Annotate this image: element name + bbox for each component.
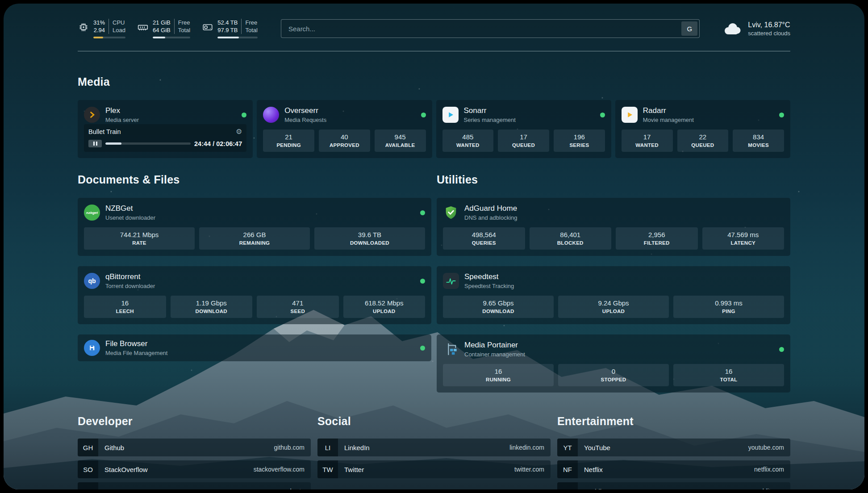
ram-free-value: 21 GiB — [153, 19, 175, 26]
speedtest-card[interactable]: Speedtest Speedtest Tracking 9.65 Gbps D… — [437, 266, 790, 324]
service-subtitle: Media server — [105, 117, 139, 123]
link-abbr: LI — [317, 439, 338, 456]
stat-box: 39.6 TB DOWNLOADED — [314, 227, 425, 250]
media-section: Media Plex Media server — [78, 75, 790, 158]
sonarr-card[interactable]: Sonarr Series management 485 WANTED 17 Q… — [436, 100, 611, 158]
social-heading: Social — [317, 415, 551, 428]
status-dot — [600, 113, 605, 117]
link-twitter[interactable]: TW Twitter twitter.com — [317, 460, 551, 478]
documents-heading: Documents & Files — [78, 173, 431, 186]
media-heading: Media — [78, 75, 790, 88]
ram-icon — [137, 21, 149, 33]
link-abbr: GH — [78, 439, 98, 456]
stat-box: 22 QUEUED — [677, 130, 729, 152]
plex-card[interactable]: Plex Media server Bullet Train ⚙ — [78, 100, 253, 158]
stat-box: 16 LEECH — [84, 296, 166, 318]
link-youtube[interactable]: YT YouTube youtube.com — [557, 439, 790, 456]
cpu-load-label: Load — [109, 26, 125, 34]
radarr-card[interactable]: Radarr Movie management 17 WANTED 22 QUE… — [615, 100, 790, 158]
link-url: github.com — [274, 444, 305, 451]
link-abbr: DT — [78, 482, 98, 489]
weather-location: Lviv, 16.87°C — [748, 21, 790, 29]
link-github[interactable]: GH Github github.com — [78, 439, 311, 456]
plex-icon — [84, 107, 100, 123]
service-name: Radarr — [643, 106, 694, 115]
link-linkedin[interactable]: LI LinkedIn linkedin.com — [317, 439, 551, 456]
link-stackoverflow[interactable]: SO StackOverflow stackoverflow.com — [78, 460, 311, 478]
snow-particles — [4, 4, 4, 4]
link-url: twitter.com — [514, 466, 544, 473]
speedtest-icon — [443, 273, 459, 289]
stat-box: 16 RUNNING — [443, 364, 554, 386]
status-dot — [420, 279, 425, 284]
link-name: StackOverflow — [104, 466, 148, 473]
cpu-usage-label: CPU — [109, 19, 125, 26]
filebrowser-card[interactable]: File Browser Media File Management — [78, 334, 431, 361]
link-name: DEV — [104, 488, 118, 490]
stat-box: 0 STOPPED — [558, 364, 669, 386]
stat-box: 17 QUEUED — [498, 130, 549, 152]
stat-box: 17 WANTED — [622, 130, 673, 152]
disk-icon — [202, 21, 213, 33]
entertainment-links-section: Entertainment YT YouTube youtube.com NF … — [557, 415, 790, 489]
service-name: NZBGet — [105, 204, 155, 213]
gear-icon[interactable]: ⚙ — [236, 128, 242, 135]
stat-box: 1.19 Gbps DOWNLOAD — [171, 296, 253, 318]
developer-links-section: Developer GH Github github.com SO StackO… — [78, 415, 311, 489]
overseerr-icon — [263, 107, 279, 123]
cpu-metric: 31% CPU 2.94 Load — [78, 19, 125, 38]
status-dot — [779, 113, 784, 117]
link-url: linkedin.com — [509, 444, 544, 451]
developer-heading: Developer — [78, 415, 311, 428]
cpu-icon — [78, 21, 89, 33]
disk-progress-bar — [217, 37, 258, 38]
link-dev[interactable]: DT DEV dev.to — [78, 482, 311, 489]
stat-box: 618.52 Mbps UPLOAD — [343, 296, 426, 318]
now-playing-title: Bullet Train — [88, 128, 121, 135]
link-url: stackoverflow.com — [254, 466, 305, 473]
disk-free-value: 52.4 TB — [217, 19, 242, 26]
stat-box: 9.65 Gbps DOWNLOAD — [443, 296, 554, 318]
social-links-section: Social LI LinkedIn linkedin.com TW Twitt… — [317, 415, 551, 489]
pause-button[interactable] — [88, 140, 102, 147]
disk-total-value: 97.9 TB — [217, 26, 242, 34]
link-abbr: TW — [317, 460, 338, 478]
nzbget-icon: nzbget — [84, 205, 100, 221]
status-dot — [421, 113, 426, 117]
adguard-card[interactable]: AdGuard Home DNS and adblocking 498,564 … — [437, 198, 790, 256]
search-engine-button[interactable]: G — [681, 21, 697, 36]
service-name: Speedtest — [464, 272, 514, 281]
status-dot — [779, 347, 784, 352]
service-subtitle: DNS and adblocking — [464, 214, 517, 221]
service-name: AdGuard Home — [464, 204, 517, 213]
service-name: Plex — [105, 106, 139, 115]
link-netflix[interactable]: NF Netflix netflix.com — [557, 460, 790, 478]
playback-progress-bar[interactable] — [105, 142, 191, 145]
top-bar: 31% CPU 2.94 Load 21 G — [78, 19, 790, 51]
service-subtitle: Usenet downloader — [105, 214, 155, 221]
sonarr-icon — [442, 107, 459, 123]
link-abbr: NF — [557, 460, 578, 478]
qbittorrent-card[interactable]: qb qBittorrent Torrent downloader 16 LEE… — [78, 266, 431, 324]
service-name: Sonarr — [464, 106, 516, 115]
adguard-icon — [443, 205, 459, 221]
disk-free-label: Free — [242, 19, 257, 26]
link-abbr: YT — [557, 439, 578, 456]
link-reddit[interactable]: RE Reddit reddit.com — [557, 482, 790, 489]
service-subtitle: Movie management — [643, 117, 694, 123]
stat-box: 47.569 ms LATENCY — [702, 227, 785, 250]
link-url: reddit.com — [755, 488, 784, 489]
stat-box: 16 TOTAL — [673, 364, 784, 386]
overseerr-card[interactable]: Overseerr Media Requests 21 PENDING 40 A… — [257, 100, 432, 158]
search-input[interactable] — [281, 19, 700, 38]
plex-now-playing-panel: Bullet Train ⚙ 24:44 / 02:06:47 — [84, 124, 246, 152]
link-name: YouTube — [584, 444, 610, 451]
search-bar: G — [281, 19, 700, 38]
utilities-heading: Utilities — [437, 173, 790, 186]
disk-total-label: Total — [242, 26, 257, 34]
status-dot — [420, 346, 425, 351]
nzbget-card[interactable]: nzbget NZBGet Usenet downloader 744.21 M… — [78, 198, 431, 256]
portainer-card[interactable]: Media Portainer Container management 16 … — [437, 334, 790, 393]
stat-box: 485 WANTED — [442, 130, 494, 152]
service-name: File Browser — [105, 339, 167, 348]
